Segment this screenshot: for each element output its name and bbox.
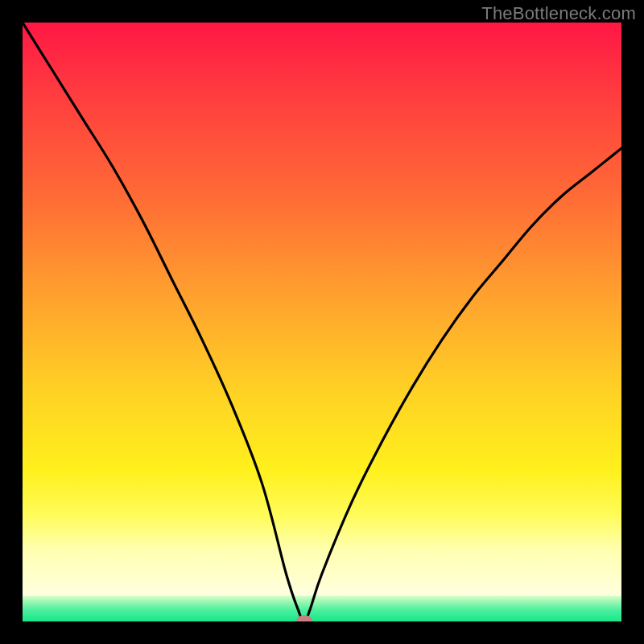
chart-frame: TheBottleneck.com [0,0,644,644]
plot-area [23,23,621,621]
watermark-text: TheBottleneck.com [481,3,636,24]
bottleneck-curve [23,23,621,621]
optimal-point-marker [296,615,312,621]
